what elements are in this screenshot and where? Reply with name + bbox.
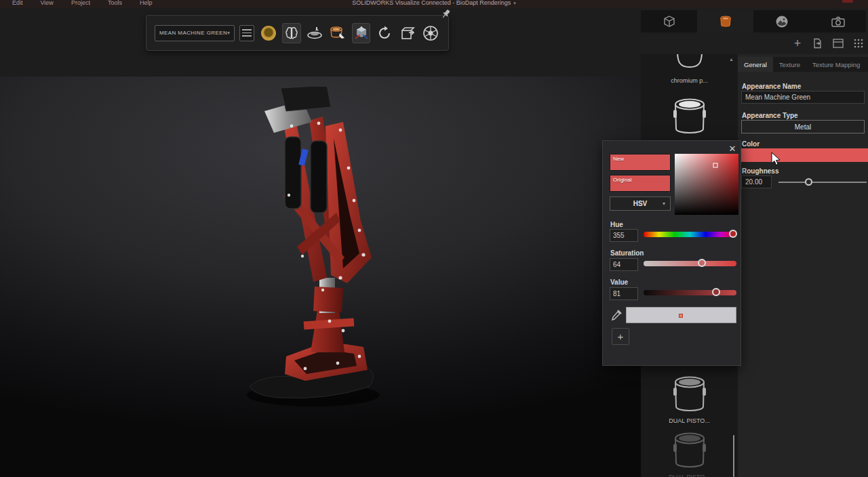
tab-scenes[interactable]	[753, 10, 810, 33]
pin-icon[interactable]	[440, 7, 452, 20]
library-item-dual-piston-2[interactable]: DUAL PISTO...	[641, 430, 738, 477]
value-label: Value	[610, 278, 628, 286]
properties-tabs: General Texture Texture Mapping	[738, 57, 868, 72]
split-window-icon	[833, 39, 844, 48]
original-color-label: Original	[610, 175, 670, 183]
eyedropper-icon[interactable]	[611, 309, 623, 321]
library-item-label: DUAL PISTO...	[641, 417, 738, 424]
reset-view-button[interactable]	[375, 23, 393, 43]
paint-bucket-orange-icon	[718, 14, 733, 29]
brain-icon	[284, 26, 299, 40]
saturation-slider[interactable]	[644, 261, 736, 266]
color-mode-dropdown[interactable]: HSV ▾	[610, 196, 671, 211]
import-appearance-button[interactable]	[811, 37, 825, 50]
tab-general[interactable]: General	[738, 57, 773, 72]
file-export-icon	[812, 38, 823, 49]
new-color-swatch: New	[610, 154, 671, 171]
recent-colors-strip[interactable]	[626, 307, 736, 323]
turntable-button[interactable]	[306, 23, 324, 43]
gold-ring-icon	[261, 26, 276, 41]
paint-can-icon	[670, 374, 709, 416]
grid-dots-icon	[853, 38, 864, 49]
window-control-badge[interactable]	[842, 0, 853, 3]
roughness-input[interactable]	[741, 175, 772, 188]
appearance-properties: General Texture Texture Mapping Appearan…	[738, 54, 868, 477]
library-item-red-medium[interactable]: red medium...	[641, 96, 738, 146]
value-slider[interactable]	[644, 290, 736, 295]
paint-can-icon	[670, 430, 709, 472]
render-output-button[interactable]	[422, 23, 440, 43]
color-swatch[interactable]	[741, 148, 868, 162]
value-input[interactable]	[610, 287, 638, 300]
original-color-swatch: Original	[610, 175, 671, 192]
library-item-dual-piston-1[interactable]: DUAL PISTO...	[641, 374, 738, 424]
new-color-label: New	[610, 154, 670, 162]
split-view-button[interactable]	[831, 37, 845, 50]
cube-icon	[663, 15, 676, 28]
roughness-label: Roughness	[742, 167, 778, 175]
appearance-name-label: Appearance Name	[742, 83, 801, 90]
render-mode-button[interactable]	[259, 23, 277, 43]
value-slider-knob[interactable]	[712, 288, 720, 296]
appearance-preset-dropdown[interactable]: MEAN MACHINE GREEN ▾	[155, 25, 235, 41]
tab-models[interactable]	[641, 10, 697, 33]
hue-input[interactable]	[610, 229, 638, 242]
close-icon[interactable]: ✕	[727, 143, 738, 154]
saturation-label: Saturation	[610, 249, 644, 257]
preset-list-button[interactable]	[239, 25, 254, 41]
saturation-input[interactable]	[610, 258, 638, 271]
appearance-type-button[interactable]: Metal	[741, 120, 865, 133]
appearance-preset-label: MEAN MACHINE GREEN	[159, 30, 227, 36]
library-item-label: DUAL PISTO...	[641, 474, 738, 477]
refresh-icon	[376, 25, 393, 41]
camera-icon	[831, 15, 846, 28]
library-scrollbar[interactable]	[733, 435, 734, 477]
tab-appearances[interactable]	[697, 10, 753, 33]
library-item-chromium[interactable]: chromium p...	[641, 54, 738, 84]
box-export-icon	[399, 25, 416, 41]
viewport-3d[interactable]	[0, 77, 641, 477]
add-appearance-button[interactable]: +	[791, 37, 804, 50]
color-mode-value: HSV	[633, 200, 648, 207]
render-toolbar: MEAN MACHINE GREEN ▾	[146, 15, 449, 51]
palette-tabs	[641, 10, 868, 33]
chevron-down-icon: ▾	[227, 30, 230, 36]
sv-picker-marker[interactable]	[713, 163, 718, 168]
cube-axes-icon	[353, 25, 370, 41]
ai-denoiser-button[interactable]	[282, 23, 300, 43]
turntable-icon	[306, 26, 323, 41]
hue-slider[interactable]	[644, 232, 736, 237]
color-picker-dialog: ✕ New Original HSV ▾ Hue Saturation Valu…	[602, 140, 741, 366]
roughness-slider-knob[interactable]	[805, 178, 812, 186]
hue-label: Hue	[610, 221, 623, 228]
paint-can-icon	[671, 54, 708, 76]
appearance-name-input[interactable]	[741, 91, 865, 104]
prosthetic-leg-model[interactable]	[224, 87, 414, 415]
object-move-button[interactable]	[352, 23, 370, 43]
image-icon	[775, 15, 789, 28]
paint-bucket-icon	[329, 25, 347, 41]
saturation-slider-knob[interactable]	[698, 259, 706, 267]
appearance-type-label: Appearance Type	[742, 112, 798, 119]
add-swatch-button[interactable]: +	[612, 328, 629, 345]
apply-appearance-button[interactable]	[329, 23, 347, 43]
library-item-label: chromium p...	[641, 77, 738, 84]
saturation-value-picker[interactable]	[675, 154, 738, 215]
aperture-icon	[422, 24, 439, 42]
grid-view-button[interactable]	[852, 37, 865, 50]
hue-slider-knob[interactable]	[729, 230, 737, 238]
library-toolbar: +	[791, 35, 868, 51]
roughness-slider[interactable]	[778, 180, 867, 184]
export-model-button[interactable]	[399, 23, 417, 43]
tab-cameras[interactable]	[810, 10, 866, 33]
recent-color-chip[interactable]	[679, 314, 683, 318]
app-window: Edit View Project Tools Help SOLIDWORKS …	[0, 0, 868, 477]
tab-texture[interactable]: Texture	[773, 57, 806, 72]
window-title: SOLIDWORKS Visualize Connected - BioDapt…	[0, 0, 868, 6]
paint-can-icon	[670, 96, 709, 138]
title-caret-icon: ▾	[513, 1, 516, 5]
menu-bar: Edit View Project Tools Help SOLIDWORKS …	[0, 0, 868, 8]
color-label: Color	[742, 140, 760, 148]
chevron-down-icon: ▾	[663, 201, 665, 207]
tab-texture-mapping[interactable]: Texture Mapping	[806, 57, 866, 72]
